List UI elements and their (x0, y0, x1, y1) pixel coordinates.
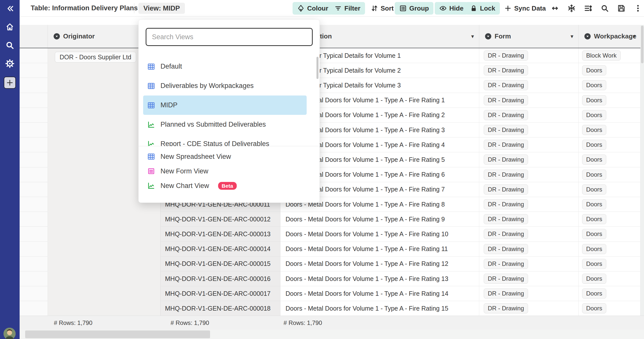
cell-workpackage[interactable]: Doors (579, 123, 640, 137)
cell-name[interactable]: MHQ-DOR-V1-GEN-DE-ARC-000015 (160, 257, 280, 271)
sync-data-button[interactable]: Sync Data (500, 2, 550, 15)
cell-name[interactable]: MHQ-DOR-V1-GEN-DE-ARC-000018 (160, 301, 280, 316)
view-item-default[interactable]: Default (143, 57, 307, 76)
cell-form[interactable]: DR - Drawing (479, 167, 579, 182)
new-form-view-button[interactable]: New Form View (143, 164, 314, 178)
view-selector-button[interactable]: View: MIDP (138, 3, 185, 14)
cell-workpackage[interactable]: Doors (579, 242, 640, 257)
row-gutter-cell[interactable] (20, 63, 48, 78)
cell-form[interactable]: DR - Drawing (479, 137, 579, 152)
filter-button[interactable]: Filter (330, 2, 365, 15)
freeze-snowflake-icon[interactable] (566, 3, 577, 14)
collapse-sidebar-icon[interactable] (0, 3, 20, 14)
cell-form[interactable]: DR - Drawing (479, 63, 579, 78)
cell-form[interactable]: DR - Drawing (479, 152, 579, 167)
view-item-report-cde-status-of-deliverables[interactable]: Report - CDE Status of Deliverables (143, 134, 307, 146)
chevron-down-icon[interactable]: ▾ (471, 33, 474, 40)
cell-name[interactable]: MHQ-DOR-V1-GEN-DE-ARC-000014 (160, 242, 280, 257)
settings-gear-icon[interactable] (0, 58, 20, 69)
cell-form[interactable]: DR - Drawing (479, 227, 579, 241)
row-gutter-cell[interactable] (20, 286, 48, 301)
cell-form[interactable]: DR - Drawing (479, 242, 579, 257)
search-icon[interactable] (0, 40, 20, 51)
chevron-down-icon[interactable]: ▾ (571, 33, 573, 40)
row-gutter-cell[interactable] (20, 227, 48, 241)
row-gutter-cell[interactable] (20, 271, 48, 286)
cell-workpackage[interactable]: Doors (579, 137, 640, 152)
cell-name[interactable]: MHQ-DOR-V1-GEN-DE-ARC-000017 (160, 286, 280, 301)
cell-workpackage[interactable]: Doors (579, 286, 640, 301)
row-gutter-cell[interactable] (20, 152, 48, 167)
cell-name[interactable]: MHQ-DOR-V1-GEN-DE-ARC-000016 (160, 271, 280, 286)
view-item-deliverables-by-workpackages[interactable]: Deliverables by Workpackages (143, 76, 307, 95)
user-avatar[interactable] (4, 328, 16, 339)
row-gutter-cell[interactable] (20, 93, 48, 108)
cell-workpackage[interactable]: Doors (579, 257, 640, 271)
row-height-icon[interactable] (583, 3, 593, 14)
lock-button[interactable]: Lock (465, 2, 500, 15)
search-views-input[interactable] (146, 28, 313, 46)
save-icon[interactable] (616, 3, 627, 14)
cell-workpackage[interactable]: Block Work (579, 48, 640, 63)
row-gutter-cell[interactable] (20, 197, 48, 212)
cell-form[interactable]: DR - Drawing (479, 286, 579, 301)
horizontal-scrollbar-thumb[interactable] (25, 330, 210, 338)
row-gutter-cell[interactable] (20, 212, 48, 227)
cell-description[interactable]: Doors - Metal Doors for Volume 1 - Type … (280, 227, 479, 241)
cell-workpackage[interactable]: Doors (579, 182, 640, 197)
cell-form[interactable]: DR - Drawing (479, 78, 579, 93)
vertical-scrollbar[interactable] (640, 25, 644, 316)
cell-name[interactable]: MHQ-DOR-V1-GEN-DE-ARC-000013 (160, 227, 280, 241)
vertical-scrollbar-thumb[interactable] (641, 26, 643, 63)
row-gutter-cell[interactable] (20, 123, 48, 137)
column-header-form[interactable]: Form ▾ (479, 25, 579, 48)
view-item-midp[interactable]: MIDP (143, 95, 307, 115)
cell-workpackage[interactable]: Doors (579, 63, 640, 78)
new-spreadsheet-view-button[interactable]: New Spreadsheet View (143, 149, 314, 164)
cell-form[interactable]: DR - Drawing (479, 93, 579, 108)
horizontal-scrollbar[interactable] (20, 330, 644, 339)
row-gutter-cell[interactable] (20, 78, 48, 93)
row-gutter-cell[interactable] (20, 167, 48, 182)
cell-description[interactable]: Doors - Metal Doors for Volume 1 - Type … (280, 257, 479, 271)
view-item-planned-vs-submitted-deliverables[interactable]: Planned vs Submitted Deliverables (143, 115, 307, 134)
hide-button[interactable]: Hide (435, 2, 468, 15)
row-gutter-cell[interactable] (20, 301, 48, 316)
cell-form[interactable]: DR - Drawing (479, 271, 579, 286)
cell-form[interactable]: DR - Drawing (479, 212, 579, 227)
row-gutter-cell[interactable] (20, 108, 48, 123)
chevron-down-icon[interactable]: ▾ (633, 33, 635, 40)
cell-form[interactable]: DR - Drawing (479, 257, 579, 271)
add-new-button[interactable] (4, 77, 16, 89)
row-gutter-cell[interactable] (20, 257, 48, 271)
home-icon[interactable] (0, 21, 20, 32)
row-gutter-cell[interactable] (20, 242, 48, 257)
cell-form[interactable]: DR - Drawing (479, 48, 579, 63)
cell-description[interactable]: Doors - Metal Doors for Volume 1 - Type … (280, 242, 479, 257)
cell-workpackage[interactable]: Doors (579, 93, 640, 108)
cell-form[interactable]: DR - Drawing (479, 197, 579, 212)
search-icon[interactable] (599, 3, 610, 14)
views-list-scrollbar-thumb[interactable] (316, 57, 318, 79)
cell-workpackage[interactable]: Doors (579, 78, 640, 93)
cell-description[interactable]: Doors - Metal Doors for Volume 1 - Type … (280, 286, 479, 301)
cell-name[interactable]: MHQ-DOR-V1-GEN-DE-ARC-000012 (160, 212, 280, 227)
new-chart-view-button[interactable]: New Chart ViewBeta (143, 178, 314, 193)
cell-workpackage[interactable]: Doors (579, 108, 640, 123)
more-kebab-icon[interactable] (633, 3, 643, 14)
cell-workpackage[interactable]: Doors (579, 197, 640, 212)
cell-form[interactable]: DR - Drawing (479, 301, 579, 316)
cell-workpackage[interactable]: Doors (579, 271, 640, 286)
cell-workpackage[interactable]: Doors (579, 152, 640, 167)
cell-workpackage[interactable]: Doors (579, 212, 640, 227)
column-header-workpackage[interactable]: Workpackage ▾ (579, 25, 640, 48)
cell-form[interactable]: DR - Drawing (479, 108, 579, 123)
cell-workpackage[interactable]: Doors (579, 227, 640, 241)
colour-button[interactable]: Colour (293, 2, 333, 15)
cell-workpackage[interactable]: Doors (579, 301, 640, 316)
cell-description[interactable]: Doors - Metal Doors for Volume 1 - Type … (280, 212, 479, 227)
cell-form[interactable]: DR - Drawing (479, 123, 579, 137)
sort-button[interactable]: Sort (366, 2, 398, 15)
row-gutter-cell[interactable] (20, 137, 48, 152)
group-button[interactable]: Group (395, 2, 433, 15)
